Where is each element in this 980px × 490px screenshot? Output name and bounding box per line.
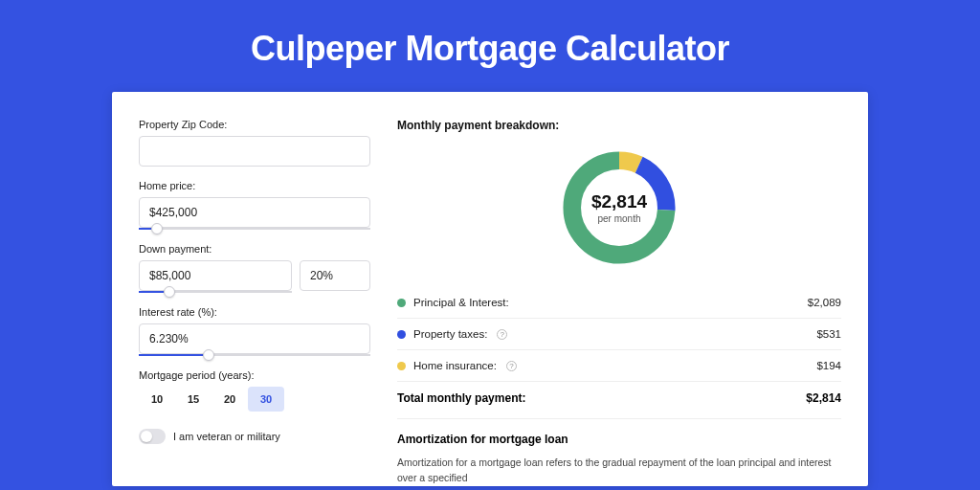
zip-input[interactable] xyxy=(139,136,370,167)
down-payment-field: Down payment: xyxy=(139,243,370,293)
interest-slider[interactable] xyxy=(139,354,370,356)
interest-input[interactable] xyxy=(139,323,370,354)
period-option-10[interactable]: 10 xyxy=(139,387,175,412)
veteran-label: I am veteran or military xyxy=(173,431,280,442)
calculator-card: Property Zip Code: Home price: Down paym… xyxy=(112,92,868,486)
amortization-section: Amortization for mortgage loan Amortizat… xyxy=(397,418,841,486)
legend-row: Principal & Interest:$2,089 xyxy=(397,287,841,319)
interest-label: Interest rate (%): xyxy=(139,306,370,318)
period-option-30[interactable]: 30 xyxy=(248,387,284,412)
slider-thumb[interactable] xyxy=(203,349,214,361)
donut-sub: per month xyxy=(597,213,640,224)
zip-field: Property Zip Code: xyxy=(139,119,370,167)
page-title: Culpeper Mortgage Calculator xyxy=(0,0,980,92)
home-price-field: Home price: xyxy=(139,180,370,230)
amortization-text: Amortization for a mortgage loan refers … xyxy=(397,456,841,486)
donut-amount: $2,814 xyxy=(591,191,647,212)
total-value: $2,814 xyxy=(806,391,841,405)
legend-row: Home insurance:?$194 xyxy=(397,350,841,382)
info-icon[interactable]: ? xyxy=(506,361,517,371)
legend-value: $194 xyxy=(816,360,841,371)
breakdown-title: Monthly payment breakdown: xyxy=(397,119,841,132)
info-icon[interactable]: ? xyxy=(497,329,507,340)
legend-value: $531 xyxy=(816,328,841,340)
legend-label: Home insurance: xyxy=(413,360,497,371)
home-price-slider[interactable] xyxy=(139,228,370,230)
down-payment-pct-input[interactable] xyxy=(300,260,370,291)
legend-value: $2,089 xyxy=(808,297,841,308)
amortization-title: Amortization for mortgage loan xyxy=(397,433,841,446)
period-option-15[interactable]: 15 xyxy=(175,387,212,412)
total-label: Total monthly payment: xyxy=(397,391,525,405)
legend-row: Property taxes:?$531 xyxy=(397,319,841,350)
inputs-column: Property Zip Code: Home price: Down paym… xyxy=(139,119,370,486)
veteran-row: I am veteran or military xyxy=(139,429,370,444)
donut-chart: $2,814 per month xyxy=(557,145,681,270)
zip-label: Property Zip Code: xyxy=(139,119,370,130)
legend-dot xyxy=(397,299,406,307)
total-row: Total monthly payment: $2,814 xyxy=(397,382,841,418)
legend-label: Principal & Interest: xyxy=(413,297,509,308)
interest-field: Interest rate (%): xyxy=(139,306,370,356)
legend-label: Property taxes: xyxy=(413,328,487,340)
legend-dot xyxy=(397,330,406,339)
home-price-label: Home price: xyxy=(139,180,370,191)
slider-thumb[interactable] xyxy=(164,286,175,298)
breakdown-column: Monthly payment breakdown: $2,814 per mo… xyxy=(397,119,841,486)
donut-chart-wrap: $2,814 per month xyxy=(397,138,841,287)
down-payment-slider[interactable] xyxy=(139,291,292,293)
slider-thumb[interactable] xyxy=(151,223,163,234)
veteran-toggle[interactable] xyxy=(139,429,166,444)
period-field: Mortgage period (years): 10152030 xyxy=(139,369,370,412)
down-payment-input[interactable] xyxy=(139,260,292,291)
period-option-20[interactable]: 20 xyxy=(212,387,248,412)
legend-dot xyxy=(397,362,406,370)
toggle-knob xyxy=(141,431,152,442)
period-label: Mortgage period (years): xyxy=(139,369,370,381)
down-payment-label: Down payment: xyxy=(139,243,370,255)
home-price-input[interactable] xyxy=(139,197,370,228)
